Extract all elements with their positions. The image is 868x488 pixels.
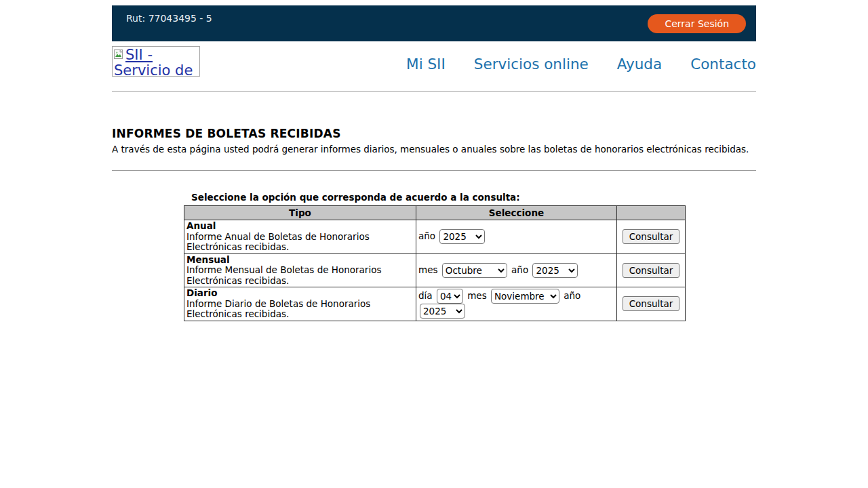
- site-header: SII - Servicio de Impuestos Internos Mi …: [112, 41, 756, 84]
- nav-link-servicios-online[interactable]: Servicios online: [474, 56, 589, 73]
- anual-tipo-cell: Anual Informe Anual de Boletas de Honora…: [184, 220, 416, 254]
- column-header-seleccione: Seleccione: [416, 206, 617, 220]
- anual-button-cell: Consultar: [617, 220, 686, 254]
- mensual-description: Informe Mensual de Boletas de Honorarios…: [186, 264, 381, 286]
- diario-dia-select[interactable]: 04: [437, 289, 463, 304]
- diario-dia-label: día: [418, 290, 433, 301]
- page-title: INFORMES DE BOLETAS RECIBIDAS: [112, 127, 756, 140]
- anual-title: Anual: [186, 220, 216, 231]
- mensual-ano-select[interactable]: 2025: [532, 263, 578, 278]
- mensual-button-cell: Consultar: [617, 253, 686, 287]
- mensual-select-cell: mes Octubre año 2025: [416, 253, 617, 287]
- diario-title: Diario: [186, 287, 218, 298]
- anual-ano-label: año: [418, 230, 435, 241]
- anual-consultar-button[interactable]: Consultar: [623, 229, 680, 244]
- diario-ano-select[interactable]: 2025: [420, 304, 465, 319]
- logout-button[interactable]: Cerrar Sesión: [648, 14, 746, 33]
- diario-description: Informe Diario de Boletas de Honorarios …: [186, 298, 370, 320]
- mensual-tipo-cell: Mensual Informe Mensual de Boletas de Ho…: [184, 253, 416, 287]
- rut-label: Rut: 77043495 - 5: [126, 13, 212, 24]
- column-header-accion: [617, 206, 686, 220]
- nav-link-contacto[interactable]: Contacto: [690, 56, 756, 73]
- main-container: Rut: 77043495 - 5 Cerrar Sesión SII - Se…: [112, 5, 756, 321]
- diario-mes-select[interactable]: Noviembre: [491, 289, 559, 304]
- anual-ano-select[interactable]: 2025: [439, 229, 485, 244]
- mensual-mes-label: mes: [418, 264, 438, 275]
- mensual-title: Mensual: [186, 254, 230, 265]
- page-description: A través de esta página usted podrá gene…: [112, 144, 756, 155]
- session-bar: Rut: 77043495 - 5 Cerrar Sesión: [112, 5, 756, 41]
- nav-link-mi-sii[interactable]: Mi SII: [406, 56, 446, 73]
- logo-alt-text: SII - Servicio de Impuestos Internos: [114, 47, 193, 77]
- diario-ano-label: año: [564, 290, 580, 301]
- anual-select-cell: año 2025: [416, 220, 617, 254]
- consulta-table: Tipo Seleccione Anual Informe Anual de B…: [184, 205, 686, 321]
- table-row-anual: Anual Informe Anual de Boletas de Honora…: [184, 220, 686, 254]
- table-row-diario: Diario Informe Diario de Boletas de Hono…: [184, 287, 686, 321]
- broken-image-icon: [114, 49, 125, 60]
- consulta-section: Seleccione la opción que corresponda de …: [184, 192, 756, 321]
- diario-select-cell: día 04 mes Noviembre año 2025: [416, 287, 617, 321]
- diario-tipo-cell: Diario Informe Diario de Boletas de Hono…: [184, 287, 416, 321]
- diario-mes-label: mes: [467, 290, 487, 301]
- table-row-mensual: Mensual Informe Mensual de Boletas de Ho…: [184, 253, 686, 287]
- diario-consultar-button[interactable]: Consultar: [623, 296, 680, 311]
- header-divider: [112, 91, 756, 92]
- column-header-tipo: Tipo: [184, 206, 416, 220]
- mensual-ano-label: año: [511, 264, 528, 275]
- mensual-mes-select[interactable]: Octubre: [442, 263, 507, 278]
- nav-link-ayuda[interactable]: Ayuda: [617, 56, 662, 73]
- mensual-consultar-button[interactable]: Consultar: [623, 263, 680, 278]
- diario-button-cell: Consultar: [617, 287, 686, 321]
- anual-description: Informe Anual de Boletas de Honorarios E…: [186, 231, 370, 253]
- table-header-row: Tipo Seleccione: [184, 206, 686, 220]
- consulta-prompt: Seleccione la opción que corresponda de …: [184, 192, 756, 203]
- sii-logo-broken-image[interactable]: SII - Servicio de Impuestos Internos: [112, 46, 200, 77]
- content-divider: [112, 170, 756, 171]
- main-nav: Mi SII Servicios online Ayuda Contacto: [406, 56, 756, 73]
